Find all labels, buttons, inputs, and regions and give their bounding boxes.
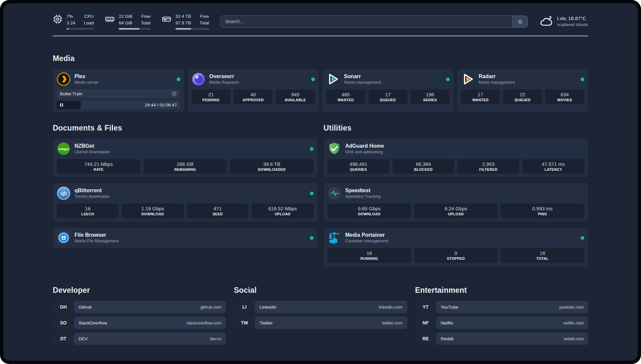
stat-value: 17 [462, 92, 499, 97]
card-subtitle: Media server [75, 80, 98, 85]
disk-free-label: Free [200, 13, 209, 20]
qbittorrent-card: qb qBittorrent Torrent downloader 16 LEE… [53, 183, 318, 222]
stat-label: PING [502, 212, 583, 216]
card-subtitle: Torrent downloader [75, 194, 110, 199]
bookmark-reddit[interactable]: RE Reddit reddit.com [415, 332, 588, 345]
stat-label: STOPPED [415, 257, 497, 260]
stat-ping: 0.993 ms PING [501, 203, 584, 218]
speedtest-app-link[interactable]: Speedtest Speedtest Tracking [327, 186, 584, 200]
adguard-app-link[interactable]: AdGuard Home DNS and adblocking [327, 142, 584, 156]
stat-value: 2,953 [459, 161, 518, 167]
status-dot-online [310, 236, 314, 240]
bookmark-stackoverflow[interactable]: SO StackOverflow stackoverflow.com [53, 317, 226, 329]
bookmark-group-social: Social LI LinkedIn linkedin.com TW Twitt… [234, 286, 407, 345]
stat-label: SERIES [412, 98, 448, 102]
stat-value: 22 [504, 92, 541, 97]
stat-value: 485 [327, 92, 364, 97]
bookmark-github[interactable]: GH Github github.com [53, 301, 226, 313]
media-cards: Plex Media server Bullet Train 24:44 / 0… [53, 69, 588, 112]
stat-label: QUERIES [329, 167, 388, 171]
documents-column: Documents & Files nzbget NZBGet Usenet d… [53, 124, 318, 266]
cpu-load-value: 3.24 [67, 20, 75, 26]
section-title-documents: Documents & Files [53, 124, 318, 133]
cpu-load-label: Load [84, 20, 94, 26]
bookmark-abbr: RE [415, 332, 436, 345]
card-subtitle: Media Requests [209, 80, 239, 85]
bookmark-domain: github.com [200, 305, 222, 310]
status-dot-online [310, 192, 314, 195]
stat-value: 196 [412, 92, 448, 97]
bookmark-youtube[interactable]: YT YouTube youtube.com [415, 301, 588, 313]
window-frame: 7% 3.24 CPU Load [0, 0, 641, 364]
status-dot-online [311, 77, 315, 81]
memory-total-value: 64 GiB [119, 20, 132, 26]
bookmark-twitter[interactable]: TW Twitter twitter.com [234, 317, 407, 329]
radarr-icon [461, 72, 475, 86]
card-subtitle: Container management [345, 239, 388, 243]
portainer-app-link[interactable]: Media Portainer Container management [327, 231, 584, 245]
bookmark-dev[interactable]: DT DEV dev.to [53, 332, 226, 345]
status-dot-online [446, 77, 450, 81]
stat-value: 471 [188, 206, 247, 211]
stat-label: AVAILABLE [277, 98, 314, 102]
stat-label: WANTED [327, 98, 364, 102]
cpu-usage-label: CPU [84, 13, 94, 20]
stat-value: 0 [415, 250, 497, 256]
card-subtitle: Speedtest Tracking [345, 194, 381, 199]
search-provider-button[interactable]: G [512, 16, 528, 27]
stat-label: FILTERED [459, 167, 518, 171]
svg-text:nzbget: nzbget [59, 147, 69, 151]
stat-upload: 618.52 Mbps UPLOAD [252, 203, 314, 218]
card-subtitle: Usenet downloader [75, 150, 110, 154]
radarr-app-link[interactable]: Radarr Movie management [461, 72, 585, 86]
stat-value: 498,461 [329, 161, 388, 167]
overseerr-stats: 21 PENDING 40 APPROVED 945 AVAILABLE [192, 89, 315, 104]
stat-downloaded: 39.6 TB DOWNLOADED [230, 159, 314, 174]
stat-approved: 40 APPROVED [233, 89, 273, 104]
section-title-media: Media [53, 54, 588, 63]
stat-label: WANTED [462, 98, 499, 102]
bookmark-abbr: GH [53, 301, 74, 313]
card-title: AdGuard Home [345, 143, 384, 149]
plex-app-link[interactable]: Plex Media server [57, 72, 180, 86]
bookmark-abbr: DT [53, 332, 74, 345]
bookmark-abbr: YT [415, 301, 436, 313]
scattered-clouds-icon [539, 15, 553, 28]
stat-download: 1.19 Gbps DOWNLOAD [122, 203, 184, 218]
pause-icon[interactable] [60, 103, 63, 107]
memory-icon [105, 14, 115, 24]
bookmark-group-entertainment: Entertainment YT YouTube youtube.com NF … [415, 286, 588, 345]
sonarr-app-link[interactable]: Sonarr Series management [326, 72, 450, 86]
cpu-usage-value: 7% [67, 13, 75, 20]
search-input[interactable] [221, 16, 513, 27]
now-playing-row: Bullet Train [57, 89, 180, 98]
stat-label: QUEUED [504, 98, 541, 102]
nzbget-app-link[interactable]: nzbget NZBGet Usenet downloader [57, 142, 314, 156]
speedtest-icon [327, 186, 341, 200]
overseerr-app-link[interactable]: Overseerr Media Requests [192, 72, 315, 86]
qbittorrent-app-link[interactable]: qb qBittorrent Torrent downloader [57, 186, 314, 200]
stat-value: 16 [502, 250, 583, 256]
bookmark-netflix[interactable]: NF Netflix netflix.com [415, 317, 588, 329]
card-subtitle: Media File Management [75, 239, 119, 243]
memory-progress-fill [119, 28, 139, 30]
bookmarks: Developer GH Github github.com SO StackO… [53, 286, 588, 345]
bookmark-linkedin[interactable]: LI LinkedIn linkedin.com [234, 301, 407, 313]
filebrowser-app-link[interactable]: File Browser Media File Management [57, 231, 314, 245]
media-session-icon [171, 91, 177, 97]
cpu-progress-bar [67, 28, 94, 30]
cpu-icon [53, 14, 63, 24]
stat-download: 9.65 Gbps DOWNLOAD [327, 203, 411, 218]
status-dot-online [177, 77, 180, 81]
playback-progress-bar: 24:44 / 02:06:47 [57, 101, 180, 109]
adguard-stats: 498,461 QUERIES 86,384 BLOCKED 2,953 FIL… [327, 159, 584, 174]
qbittorrent-stats: 16 LEECH 1.19 Gbps DOWNLOAD 471 SEED 618… [57, 203, 314, 218]
dashboard: 7% 3.24 CPU Load [3, 3, 638, 361]
nzbget-stats: 744.21 Mbps RATE 266 GB REMAINING 39.6 T… [57, 159, 314, 174]
card-title: qBittorrent [75, 188, 110, 194]
stat-stopped: 0 STOPPED [414, 248, 498, 263]
stat-value: 86,384 [394, 161, 453, 167]
weather-location-temp: Lviv, 16.87°C [557, 15, 588, 22]
portainer-card: Media Portainer Container management 16 … [323, 228, 588, 266]
status-dot-online [581, 236, 584, 240]
